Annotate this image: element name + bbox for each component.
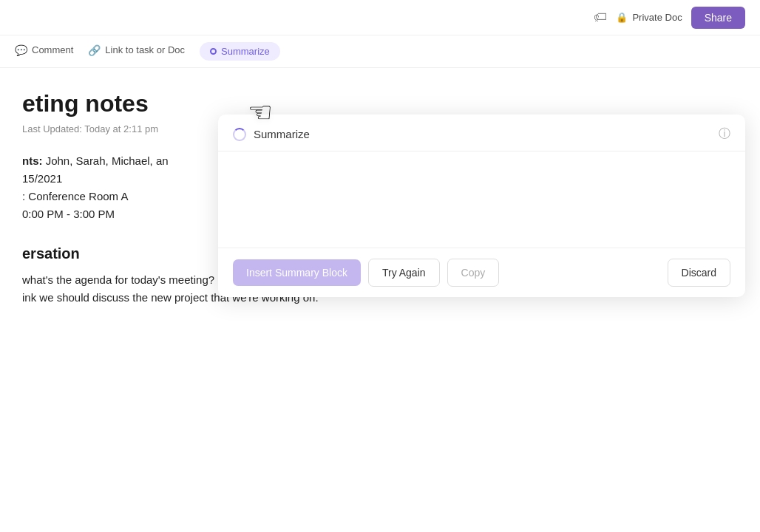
summarize-dot-icon [210,48,217,55]
comment-icon: 💬 [15,44,27,56]
copy-button[interactable]: Copy [447,259,500,287]
modal-body [218,151,745,248]
insert-summary-button[interactable]: Insert Summary Block [233,259,361,286]
lock-icon: 🔒 [616,12,628,23]
try-again-button[interactable]: Try Again [368,259,440,287]
private-doc-button[interactable]: 🔒 Private Doc [616,12,682,23]
tab-comment[interactable]: 💬 Comment [15,44,73,59]
private-doc-label: Private Doc [632,12,682,23]
tab-summarize-label: Summarize [221,46,270,57]
tab-summarize[interactable]: Summarize [200,42,280,61]
modal-title-row: Summarize [233,128,310,141]
doc-title: eting notes [22,90,738,117]
tab-link[interactable]: 🔗 Link to task or Doc [88,44,185,59]
tag-icon[interactable]: 🏷 [594,10,607,25]
modal-footer: Insert Summary Block Try Again Copy Disc… [218,248,745,297]
info-icon[interactable]: ⓘ [719,126,730,142]
tab-bar: 💬 Comment 🔗 Link to task or Doc Summariz… [0,35,760,68]
modal-header: Summarize ⓘ [218,115,745,151]
discard-button[interactable]: Discard [668,259,730,287]
loading-spinner-icon [233,128,246,141]
tab-link-label: Link to task or Doc [105,44,185,55]
modal-title: Summarize [254,128,310,140]
summarize-modal: Summarize ⓘ Insert Summary Block Try Aga… [218,115,745,297]
top-bar: 🏷 🔒 Private Doc Share [0,0,760,35]
share-button[interactable]: Share [691,7,745,29]
link-icon: 🔗 [88,44,101,56]
tab-comment-label: Comment [32,44,73,55]
